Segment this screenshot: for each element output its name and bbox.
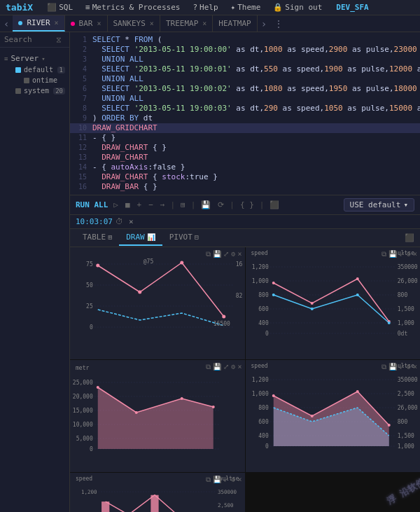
run-all-button[interactable]: RUN ALL (76, 200, 108, 209)
theme-icon: ✦ (231, 3, 236, 12)
chart-settings-icon[interactable]: ⚙ (407, 363, 411, 371)
tab-pivot[interactable]: PIVOT ⊟ (162, 230, 206, 246)
chart-1: ⧉ 💾 ⤢ ⚙ × 75 50 (70, 247, 245, 359)
tab-next-arrow[interactable]: › (258, 18, 270, 29)
code-line-10: 10 DRAW_GRIDCHART (70, 123, 420, 133)
chart-close-icon[interactable]: × (237, 250, 241, 258)
tab-treemap-close[interactable]: × (202, 20, 206, 27)
filter-icon[interactable]: ⧖ (56, 35, 62, 44)
chart-copy-icon[interactable]: ⧉ (382, 363, 386, 371)
svg-point-41 (387, 321, 390, 324)
tab-table[interactable]: TABLE ⊞ (76, 230, 119, 246)
tab-treemap[interactable]: TREEMAP × (160, 15, 213, 32)
server-header[interactable]: ≡ Server ▾ (4, 53, 65, 64)
chart-settings-icon[interactable]: ⚙ (231, 476, 235, 484)
grid-icon[interactable]: ⊞ (179, 200, 187, 209)
chart-save-icon[interactable]: 💾 (388, 250, 397, 258)
tab-heatmap[interactable]: HEATMAP (213, 15, 257, 32)
toolbar-sep1: | (170, 200, 175, 209)
svg-text:16500: 16500 (214, 321, 230, 327)
help-menu[interactable]: ? Help (188, 1, 222, 13)
db-default-badge: 1 (57, 67, 65, 74)
db-default[interactable]: default 1 (4, 64, 65, 75)
chart-close-icon[interactable]: × (413, 250, 417, 258)
tab-bar[interactable]: BAR × (65, 15, 108, 32)
line-pulse (98, 310, 224, 326)
table-icon (24, 78, 29, 83)
chart-save-icon[interactable]: 💾 (213, 250, 221, 258)
result-close-button[interactable]: × (129, 217, 134, 226)
tab-river[interactable]: RIVER × (13, 15, 64, 32)
theme-menu[interactable]: ✦ Theme (227, 1, 265, 13)
chart-settings-icon[interactable]: ⚙ (231, 363, 235, 371)
svg-text:8250: 8250 (236, 293, 242, 299)
chart-save-icon[interactable]: 💾 (388, 363, 397, 371)
metrics-menu[interactable]: ≡ Metrics & Processes (81, 1, 184, 13)
svg-text:50: 50 (86, 282, 93, 289)
code-line-8: 8 SELECT '2013-05-11 19:00:03' as dt,290… (70, 104, 420, 113)
tab-dot (71, 22, 75, 26)
svg-text:1,000: 1,000 (397, 320, 414, 326)
chart-save-icon[interactable]: 💾 (213, 363, 221, 371)
user-label: DEV_SFA (336, 3, 368, 12)
line-speed5 (106, 495, 181, 512)
svg-text:1,200: 1,200 (251, 377, 268, 383)
content-area: 1 SELECT * FROM ( 2 SELECT '2013-05-11 1… (70, 32, 420, 512)
format-icon[interactable]: { } (239, 200, 255, 209)
tab-sankeys[interactable]: SANKEYS × (108, 15, 160, 32)
db-system[interactable]: system 20 (4, 85, 65, 96)
chart-copy-icon[interactable]: ⧉ (206, 250, 211, 258)
chart-expand-icon[interactable]: ⤢ (399, 363, 405, 371)
save-icon[interactable]: 💾 (200, 200, 212, 209)
tab-prev-arrow[interactable]: ‹ (0, 18, 13, 29)
arrow-icon[interactable]: → (159, 200, 167, 209)
chart3-title: metr (73, 365, 89, 371)
chart-expand-icon[interactable]: ⤢ (223, 363, 229, 371)
chart-close-icon[interactable]: × (237, 476, 241, 484)
tab-draw[interactable]: DRAW 📊 (119, 230, 162, 246)
svg-text:2,500: 2,500 (218, 502, 234, 508)
toolbar-sep3: | (230, 200, 234, 209)
chart-copy-icon[interactable]: ⧉ (382, 250, 386, 258)
chart-save-icon[interactable]: 💾 (213, 476, 221, 484)
chart-copy-icon[interactable]: ⧉ (206, 476, 211, 484)
table-ontime[interactable]: ontime (4, 75, 65, 85)
db-system-badge: 20 (53, 88, 65, 95)
sql-editor[interactable]: 1 SELECT * FROM ( 2 SELECT '2013-05-11 1… (70, 32, 420, 195)
charts-grid: ⧉ 💾 ⤢ ⚙ × 75 50 (70, 247, 420, 512)
table-ontime-label: ontime (32, 76, 57, 84)
tab-river-close[interactable]: × (55, 19, 59, 27)
view-tab-end-icon[interactable]: ⬛ (405, 233, 414, 242)
use-db-selector[interactable]: USE default ▾ (344, 198, 414, 212)
chart-4: ⧉ 💾 ⤢ ⚙ × speed paultse (246, 360, 421, 472)
metrics-icon: ≡ (85, 3, 90, 12)
svg-text:75: 75 (86, 261, 93, 268)
code-line-13: 13 DRAW_CHART (70, 153, 420, 162)
svg-text:10,000: 10,000 (73, 422, 93, 428)
signout-btn[interactable]: 🔒 Sign out (269, 1, 326, 13)
svg-text:5,000: 5,000 (76, 436, 93, 442)
chart4-label-left: speed (251, 363, 268, 369)
history-icon[interactable]: ⟳ (216, 200, 225, 209)
chart-settings-icon[interactable]: ⚙ (231, 250, 235, 258)
chart-expand-icon[interactable]: ⤢ (223, 250, 229, 258)
svg-point-34 (272, 282, 274, 284)
chart-settings-icon[interactable]: ⚙ (407, 250, 411, 258)
sql-menu[interactable]: ⬛ SQL (43, 1, 77, 13)
stop-icon[interactable]: ■ (124, 200, 132, 209)
tab-sankeys-close[interactable]: × (150, 20, 154, 27)
chart-copy-icon[interactable]: ⧉ (206, 363, 211, 371)
chart-expand-icon[interactable]: ⤢ (223, 476, 229, 484)
chart-close-icon[interactable]: × (413, 363, 417, 371)
search-input[interactable] (4, 35, 53, 44)
svg-point-78 (356, 390, 358, 393)
run-icon[interactable]: ▷ (112, 200, 120, 209)
chart-expand-icon[interactable]: ⤢ (399, 250, 405, 258)
tab-bar-close[interactable]: × (97, 20, 101, 27)
chart-close-icon[interactable]: × (237, 363, 241, 371)
tab-menu-arrow[interactable]: ⋮ (270, 18, 287, 29)
stop2-icon[interactable]: ⬛ (268, 200, 281, 209)
svg-text:800: 800 (258, 292, 269, 298)
minus-icon[interactable]: − (147, 200, 155, 209)
add-icon[interactable]: + (136, 200, 144, 209)
